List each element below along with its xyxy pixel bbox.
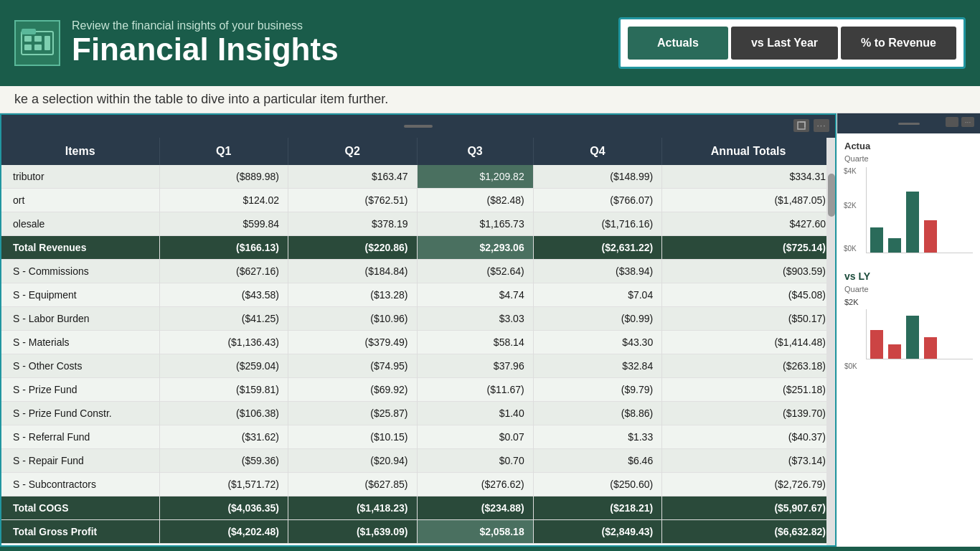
cell-value: $58.14 bbox=[417, 331, 533, 354]
vs-chart-value: $2K bbox=[844, 298, 973, 306]
cell-value: ($74.95) bbox=[288, 354, 418, 378]
cell-items: tributor bbox=[1, 165, 159, 189]
more-options-icon[interactable]: ··· bbox=[814, 119, 829, 132]
cell-items: Total COGS bbox=[1, 496, 159, 520]
scrollbar-thumb[interactable] bbox=[828, 174, 835, 217]
scrollbar-track[interactable] bbox=[826, 138, 835, 545]
col-header-annual: Annual Totals bbox=[662, 138, 835, 165]
col-header-q4: Q4 bbox=[533, 138, 662, 165]
cell-value: ($8.86) bbox=[533, 402, 662, 425]
col-header-items: Items bbox=[1, 138, 159, 165]
panel-quarter-label: Quarte bbox=[844, 154, 973, 163]
cell-items: olesale bbox=[1, 212, 159, 236]
header-title: Financial Insights bbox=[72, 32, 339, 67]
cell-value: ($59.36) bbox=[159, 449, 288, 473]
cell-value: ($1,136.43) bbox=[159, 331, 288, 354]
right-panel-handle-icon bbox=[898, 123, 920, 125]
table-drag-bar[interactable]: ··· bbox=[1, 115, 835, 138]
cell-value: ($6,632.82) bbox=[662, 520, 835, 544]
cell-value: ($0.99) bbox=[533, 307, 662, 331]
cell-value: $599.84 bbox=[159, 212, 288, 236]
cell-value: $2,058.18 bbox=[417, 520, 533, 544]
cell-value: ($73.14) bbox=[662, 449, 835, 473]
cell-value: ($20.94) bbox=[288, 449, 418, 473]
bar-q2 bbox=[888, 238, 901, 253]
svg-rect-6 bbox=[22, 29, 36, 34]
table-header-row: Items Q1 Q2 Q3 Q4 Annual Totals bbox=[1, 138, 835, 165]
subtitle-bar: ke a selection within the table to dive … bbox=[0, 86, 980, 113]
table-container: ··· Items Q1 Q2 Q3 Q4 Annual Totals bbox=[0, 113, 837, 547]
cell-value: ($139.70) bbox=[662, 402, 835, 425]
cell-items: Total Revenues bbox=[1, 236, 159, 260]
panel-actuals-label: Actua bbox=[844, 141, 973, 151]
cell-value: ($184.84) bbox=[288, 260, 418, 283]
vs-last-year-toggle-button[interactable]: vs Last Year bbox=[731, 27, 838, 60]
table-wrapper: ··· Items Q1 Q2 Q3 Q4 Annual Totals bbox=[0, 113, 837, 547]
cell-value: ($725.14) bbox=[662, 236, 835, 260]
table-row[interactable]: S - Other Costs($259.04)($74.95)$37.96$3… bbox=[1, 354, 835, 378]
table-row[interactable]: S - Subcontractors($1,571.72)($627.85)($… bbox=[1, 473, 835, 496]
cell-value: ($1,716.16) bbox=[533, 212, 662, 236]
cell-value: ($220.86) bbox=[288, 236, 418, 260]
bar-q1 bbox=[870, 227, 883, 253]
chart-label-4k: $4K bbox=[844, 167, 857, 175]
header-left: Review the financial insights of your bu… bbox=[14, 19, 339, 67]
right-expand-icon[interactable] bbox=[946, 117, 958, 127]
subtitle-text: ke a selection within the table to dive … bbox=[14, 92, 388, 106]
table-row[interactable]: ort$124.02($762.51)($82.48)($766.07)($1,… bbox=[1, 189, 835, 212]
table-row[interactable]: tributor($889.98)$163.47$1,209.82($148.9… bbox=[1, 165, 835, 189]
cell-value: ($52.64) bbox=[417, 260, 533, 283]
vs-quarter-label: Quarte bbox=[844, 285, 973, 293]
cell-value: $6.46 bbox=[533, 449, 662, 473]
cell-value: ($251.18) bbox=[662, 378, 835, 402]
chart-label-0k: $0K bbox=[844, 245, 857, 253]
table-row[interactable]: S - Equipment($43.58)($13.28)$4.74$7.04(… bbox=[1, 283, 835, 307]
cell-items: S - Materials bbox=[1, 331, 159, 354]
cell-value: ($148.99) bbox=[533, 165, 662, 189]
cell-value: ($218.21) bbox=[533, 496, 662, 520]
table-row[interactable]: Total COGS($4,036.35)($1,418.23)($234.88… bbox=[1, 496, 835, 520]
svg-rect-4 bbox=[34, 44, 42, 50]
cell-value: ($25.87) bbox=[288, 402, 418, 425]
cell-value: ($50.17) bbox=[662, 307, 835, 331]
cell-value: ($41.25) bbox=[159, 307, 288, 331]
expand-icon[interactable] bbox=[793, 119, 809, 132]
table-row[interactable]: Total Revenues($166.13)($220.86)$2,293.0… bbox=[1, 236, 835, 260]
cell-value: ($250.60) bbox=[533, 473, 662, 496]
cell-items: S - Labor Burden bbox=[1, 307, 159, 331]
cell-items: S - Equipment bbox=[1, 283, 159, 307]
table-row[interactable]: Total Gross Profit($4,202.48)($1,639.09)… bbox=[1, 520, 835, 544]
table-row[interactable]: S - Labor Burden($41.25)($10.96)$3.03($0… bbox=[1, 307, 835, 331]
right-more-icon[interactable]: ··· bbox=[961, 117, 974, 127]
table-row[interactable]: S - Referral Fund($31.62)($10.15)$0.07$1… bbox=[1, 425, 835, 449]
cell-items: S - Prize Fund Constr. bbox=[1, 402, 159, 425]
cell-value: ($2,726.79) bbox=[662, 473, 835, 496]
right-panel-drag-bar[interactable]: ··· bbox=[837, 113, 980, 133]
bar-q4 bbox=[924, 220, 937, 253]
cell-value: $1.40 bbox=[417, 402, 533, 425]
vs-bar-q3 bbox=[906, 316, 919, 359]
table-row[interactable]: olesale$599.84$378.19$1,165.73($1,716.16… bbox=[1, 212, 835, 236]
main-content: ··· Items Q1 Q2 Q3 Q4 Annual Totals bbox=[0, 113, 980, 547]
cell-value: ($276.62) bbox=[417, 473, 533, 496]
chart-label-2k: $2K bbox=[844, 202, 857, 209]
table-row[interactable]: S - Prize Fund Constr.($106.38)($25.87)$… bbox=[1, 402, 835, 425]
cell-value: ($1,571.72) bbox=[159, 473, 288, 496]
cell-value: ($766.07) bbox=[533, 189, 662, 212]
cell-value: ($259.04) bbox=[159, 354, 288, 378]
table-row[interactable]: S - Prize Fund($159.81)($69.92)($11.67)(… bbox=[1, 378, 835, 402]
cell-value: ($627.16) bbox=[159, 260, 288, 283]
toggle-container: Actuals vs Last Year % to Revenue bbox=[618, 17, 966, 69]
actuals-toggle-button[interactable]: Actuals bbox=[628, 27, 728, 60]
cell-value: ($903.59) bbox=[662, 260, 835, 283]
cell-items: S - Commissions bbox=[1, 260, 159, 283]
table-row[interactable]: S - Repair Fund($59.36)($20.94)$0.70$6.4… bbox=[1, 449, 835, 473]
cell-value: ($627.85) bbox=[288, 473, 418, 496]
cell-value: ($31.62) bbox=[159, 425, 288, 449]
panel-actuals-section: Actua Quarte $4K $2K $0K bbox=[844, 141, 973, 253]
cell-items: S - Referral Fund bbox=[1, 425, 159, 449]
vs-ly-label: vs LY bbox=[844, 265, 973, 285]
table-row[interactable]: S - Materials($1,136.43)($379.49)$58.14$… bbox=[1, 331, 835, 354]
table-row[interactable]: S - Commissions($627.16)($184.84)($52.64… bbox=[1, 260, 835, 283]
pct-revenue-toggle-button[interactable]: % to Revenue bbox=[841, 27, 956, 60]
